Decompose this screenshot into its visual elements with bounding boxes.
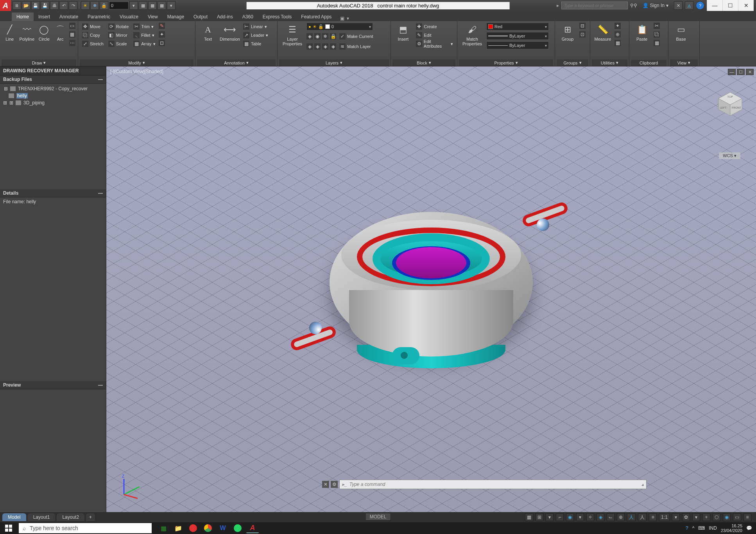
tab-manage[interactable]: Manage (163, 13, 189, 21)
status-hw-icon[interactable]: ◉ (723, 513, 731, 521)
clip3-icon[interactable]: ▦ (654, 40, 660, 46)
tray-notifications-icon[interactable]: 💬 (746, 525, 752, 531)
expand-icon[interactable]: ⊞ (3, 100, 7, 106)
qat-undo-icon[interactable]: ↶ (59, 1, 68, 10)
linear-button[interactable]: ⊢Linear ▾ (242, 23, 270, 30)
status-dd2-icon[interactable]: ▾ (576, 513, 584, 521)
expand-icon[interactable]: ⊞ (4, 86, 8, 91)
status-polar-icon[interactable]: ◉ (566, 513, 574, 521)
taskbar-excel-icon[interactable]: ▦ (157, 523, 170, 533)
status-clean-icon[interactable]: ▭ (733, 513, 741, 521)
status-dd-icon[interactable]: ▾ (546, 513, 554, 521)
taskbar-word-icon[interactable]: W (217, 523, 229, 533)
model-viewport[interactable]: [-][Custom View][Shaded] — ☐ ✕ TOP LEFT … (106, 66, 756, 512)
status-isoplane-icon[interactable]: ⬡ (713, 513, 720, 521)
layerlock-icon[interactable]: 🔒 (330, 33, 336, 39)
match-layer-button[interactable]: ≋Match Layer (338, 43, 373, 50)
panel-draw-title[interactable]: Draw ▾ (2, 59, 76, 66)
collapse-icon[interactable]: — (98, 382, 103, 388)
sign-in-button[interactable]: 👤 Sign In ▾ (640, 3, 672, 8)
color-dropdown[interactable]: Red (486, 23, 549, 30)
tree-item[interactable]: helly (3, 92, 103, 99)
tray-help-icon[interactable]: ? (686, 525, 688, 531)
status-osnap-icon[interactable]: ✧ (586, 513, 594, 521)
status-grid-icon[interactable]: ▦ (525, 513, 533, 521)
layer1-icon[interactable]: ◈ (306, 43, 313, 50)
help-icon[interactable]: ? (696, 1, 704, 10)
hatch-icon[interactable]: ▦ (69, 31, 75, 38)
layer3-icon[interactable]: ◈ (322, 43, 328, 50)
status-custom-icon[interactable]: ≡ (743, 513, 751, 521)
qat-layer-input[interactable] (109, 2, 129, 9)
edit-attributes-button[interactable]: ⚙Edit Attributes ▾ (414, 40, 455, 48)
status-dd3-icon[interactable]: ▾ (672, 513, 680, 521)
leader-button[interactable]: ↗Leader ▾ (242, 31, 270, 39)
tray-ime[interactable]: IND (709, 525, 717, 531)
window-maximize-button[interactable]: ☐ (722, 0, 738, 11)
layout-tab-layout2[interactable]: Layout2 (57, 513, 84, 521)
status-scale[interactable]: 1:1 (659, 513, 670, 521)
tab-addins[interactable]: Add-ins (212, 13, 238, 21)
layeroff-icon[interactable]: ◉ (314, 33, 321, 39)
text-button[interactable]: AText (198, 23, 218, 42)
tree-item[interactable]: ⊞⊞3D_piping (3, 99, 103, 106)
status-dynucs-icon[interactable]: ⌙ (607, 513, 614, 521)
details-header[interactable]: Details— (0, 189, 106, 197)
start-button[interactable] (0, 522, 17, 534)
tab-featured[interactable]: Featured Apps (296, 13, 336, 21)
qat-open-icon[interactable]: 📂 (22, 1, 30, 10)
keyword-search-input[interactable] (561, 2, 628, 9)
status-plus-icon[interactable]: + (702, 513, 710, 521)
groupedit-icon[interactable]: ⊡ (579, 31, 586, 38)
tab-a360[interactable]: A360 (238, 13, 258, 21)
taskbar-autocad-icon[interactable]: A (246, 523, 259, 533)
cmd-scroll-icon[interactable]: ▴ (641, 482, 644, 487)
a360-icon[interactable]: ◬ (685, 1, 693, 10)
qat-ws3-icon[interactable]: ▦ (158, 1, 166, 10)
qat-print-icon[interactable]: 🖶 (50, 1, 59, 10)
qat-sun-icon[interactable]: ☀ (81, 1, 90, 10)
window-close-button[interactable]: ✕ (738, 0, 754, 11)
rotate-button[interactable]: ⟳Rotate (107, 23, 130, 30)
cut-icon[interactable]: ✂ (654, 23, 660, 29)
ucs-icon[interactable]: Z (118, 473, 145, 500)
fillet-button[interactable]: ◟Fillet ▾ (132, 31, 157, 39)
offset-icon[interactable]: ⊡ (159, 40, 165, 46)
panel-layers-title[interactable]: Layers ▾ (279, 59, 389, 66)
erase-icon[interactable]: ✎ (159, 23, 165, 29)
dimension-button[interactable]: ⟷Dimension (220, 23, 240, 42)
layerfrz-icon[interactable]: ❄ (322, 33, 328, 39)
tab-visualize[interactable]: Visualize (115, 13, 143, 21)
tab-home[interactable]: Home (12, 13, 34, 21)
panel-view-title[interactable]: View ▾ (670, 59, 698, 66)
status-iso2-icon[interactable]: 人 (638, 513, 647, 521)
app-logo[interactable]: A (0, 0, 11, 11)
tab-output[interactable]: Output (189, 13, 212, 21)
backup-files-header[interactable]: Backup Files— (0, 75, 106, 84)
tab-insert[interactable]: Insert (34, 13, 55, 21)
copyclip-icon[interactable]: ⿻ (654, 31, 660, 38)
qat-dd-icon[interactable]: ▾ (129, 1, 138, 10)
copy-button[interactable]: ⿻Copy (81, 31, 105, 39)
draw-more-icon[interactable]: ⋯ (69, 40, 75, 46)
tray-chevron-icon[interactable]: ^ (692, 525, 695, 531)
panel-properties-title[interactable]: Properties ▾ (459, 59, 553, 66)
insert-button[interactable]: ⬒Insert (393, 23, 413, 42)
layer4-icon[interactable]: ◈ (330, 43, 336, 50)
move-button[interactable]: ✥Move (81, 23, 105, 30)
rect-icon[interactable]: ▭ (69, 23, 75, 29)
group-button[interactable]: ⊞Group (557, 23, 578, 42)
arc-button[interactable]: ⌒Arc (53, 23, 68, 42)
vp-minimize-button[interactable]: — (728, 69, 736, 75)
taskbar-explorer-icon[interactable]: 📁 (172, 523, 185, 533)
array-button[interactable]: ▦Array ▾ (132, 40, 157, 48)
status-dd4-icon[interactable]: ▾ (692, 513, 700, 521)
status-gear-icon[interactable]: ✿ (682, 513, 690, 521)
qat-ws1-icon[interactable]: ▦ (139, 1, 147, 10)
viewport-label[interactable]: [-][Custom View][Shaded] (110, 69, 163, 74)
lineweight-dropdown[interactable]: ByLayer (486, 32, 549, 40)
util3-icon[interactable]: ▦ (614, 40, 621, 46)
qat-ws2-icon[interactable]: ▦ (148, 1, 157, 10)
viewcube[interactable]: TOP LEFT FRONT (716, 90, 744, 118)
taskbar-whatsapp-icon[interactable] (231, 523, 244, 533)
